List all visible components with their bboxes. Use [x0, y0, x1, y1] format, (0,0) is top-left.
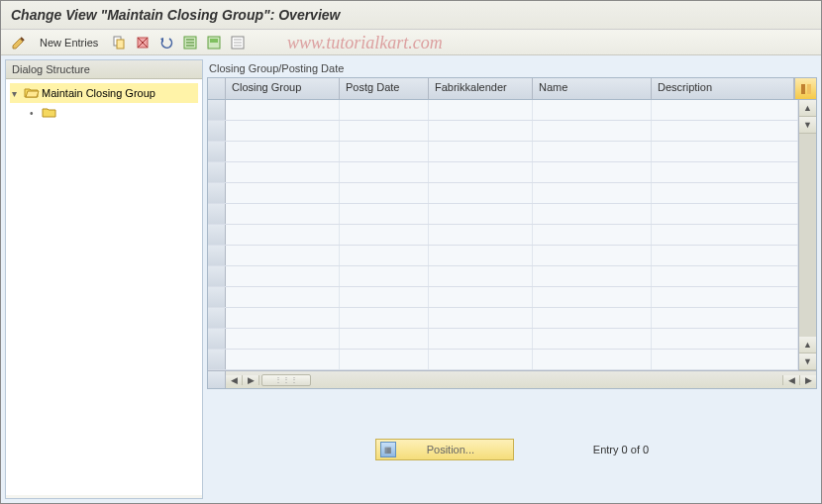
grid-cell[interactable]: [340, 183, 429, 203]
select-all-icon[interactable]: [180, 33, 200, 52]
column-header[interactable]: Name: [533, 78, 652, 99]
column-header[interactable]: Fabrikkalender: [429, 78, 533, 99]
scroll-down-icon[interactable]: ▼: [799, 117, 816, 134]
horizontal-scrollbar[interactable]: ◀ ▶ ⋮⋮⋮ ◀ ▶: [208, 370, 816, 388]
table-row[interactable]: [208, 204, 798, 225]
row-selector[interactable]: [208, 266, 226, 286]
grid-cell[interactable]: [340, 162, 429, 182]
select-block-icon[interactable]: [204, 33, 224, 52]
grid-cell[interactable]: [226, 350, 340, 369]
grid-cell[interactable]: [226, 329, 340, 349]
table-row[interactable]: [208, 308, 798, 329]
grid-cell[interactable]: [226, 100, 340, 120]
grid-cell[interactable]: [652, 308, 798, 328]
grid-cell[interactable]: [533, 183, 652, 203]
grid-cell[interactable]: [652, 142, 798, 161]
table-row[interactable]: [208, 246, 798, 266]
copy-icon[interactable]: [109, 33, 129, 52]
grid-cell[interactable]: [652, 246, 798, 265]
row-selector[interactable]: [208, 100, 226, 120]
grid-cell[interactable]: [429, 287, 533, 307]
row-selector[interactable]: [208, 246, 226, 265]
grid-cell[interactable]: [226, 308, 340, 328]
grid-cell[interactable]: [226, 266, 340, 286]
grid-cell[interactable]: [652, 204, 798, 224]
grid-cell[interactable]: [652, 225, 798, 245]
table-row[interactable]: [208, 329, 798, 350]
grid-cell[interactable]: [533, 287, 652, 307]
scroll-thumb[interactable]: ⋮⋮⋮: [261, 374, 311, 386]
grid-cell[interactable]: [533, 142, 652, 161]
tree-node-child[interactable]: •: [28, 103, 198, 123]
grid-cell[interactable]: [226, 183, 340, 203]
table-settings-icon[interactable]: [794, 78, 816, 99]
delete-icon[interactable]: [133, 33, 153, 52]
scroll-left-icon[interactable]: ◀: [782, 375, 799, 385]
grid-cell[interactable]: [226, 204, 340, 224]
row-selector[interactable]: [208, 308, 226, 328]
table-row[interactable]: [208, 287, 798, 308]
grid-cell[interactable]: [533, 246, 652, 265]
grid-cell[interactable]: [652, 350, 798, 369]
grid-cell[interactable]: [340, 246, 429, 265]
scroll-right-icon[interactable]: ▶: [243, 375, 259, 385]
scroll-up-icon[interactable]: ▲: [799, 337, 816, 353]
undo-icon[interactable]: [156, 33, 176, 52]
grid-cell[interactable]: [340, 100, 429, 120]
new-entries-button[interactable]: New Entries: [33, 33, 105, 52]
row-selector[interactable]: [208, 287, 226, 307]
grid-cell[interactable]: [429, 266, 533, 286]
tree-node-root[interactable]: ▾ Maintain Closing Group: [10, 83, 198, 103]
grid-cell[interactable]: [340, 121, 429, 141]
scroll-track[interactable]: [799, 134, 816, 337]
grid-cell[interactable]: [533, 100, 652, 120]
grid-cell[interactable]: [533, 329, 652, 349]
grid-cell[interactable]: [533, 204, 652, 224]
grid-cell[interactable]: [652, 162, 798, 182]
grid-cell[interactable]: [429, 350, 533, 369]
table-row[interactable]: [208, 183, 798, 204]
grid-cell[interactable]: [226, 162, 340, 182]
grid-cell[interactable]: [226, 225, 340, 245]
grid-cell[interactable]: [226, 121, 340, 141]
grid-cell[interactable]: [340, 266, 429, 286]
grid-cell[interactable]: [652, 266, 798, 286]
grid-cell[interactable]: [652, 121, 798, 141]
row-selector-header[interactable]: [208, 78, 226, 99]
scroll-up-icon[interactable]: ▲: [799, 100, 816, 117]
grid-cell[interactable]: [652, 329, 798, 349]
row-selector[interactable]: [208, 329, 226, 349]
grid-cell[interactable]: [429, 329, 533, 349]
row-selector[interactable]: [208, 225, 226, 245]
grid-cell[interactable]: [533, 266, 652, 286]
table-row[interactable]: [208, 142, 798, 162]
grid-cell[interactable]: [533, 350, 652, 369]
grid-cell[interactable]: [429, 183, 533, 203]
grid-cell[interactable]: [533, 308, 652, 328]
column-header[interactable]: Postg Date: [340, 78, 429, 99]
column-header[interactable]: Closing Group: [226, 78, 340, 99]
change-mode-icon[interactable]: [9, 33, 29, 52]
grid-cell[interactable]: [226, 246, 340, 265]
row-selector[interactable]: [208, 162, 226, 182]
grid-cell[interactable]: [226, 142, 340, 161]
grid-cell[interactable]: [226, 287, 340, 307]
grid-cell[interactable]: [340, 287, 429, 307]
table-row[interactable]: [208, 162, 798, 183]
scroll-left-icon[interactable]: ◀: [226, 375, 243, 385]
table-row[interactable]: [208, 121, 798, 142]
row-selector[interactable]: [208, 121, 226, 141]
position-button[interactable]: ▦ Position...: [375, 439, 514, 460]
grid-cell[interactable]: [533, 225, 652, 245]
vertical-scrollbar[interactable]: ▲ ▼ ▲ ▼: [798, 100, 816, 370]
grid-cell[interactable]: [429, 100, 533, 120]
grid-cell[interactable]: [340, 329, 429, 349]
grid-cell[interactable]: [340, 204, 429, 224]
row-selector[interactable]: [208, 183, 226, 203]
column-header[interactable]: Description: [652, 78, 794, 99]
grid-cell[interactable]: [340, 225, 429, 245]
grid-cell[interactable]: [429, 308, 533, 328]
table-row[interactable]: [208, 100, 798, 121]
tree-collapse-icon[interactable]: ▾: [12, 88, 22, 99]
row-selector[interactable]: [208, 204, 226, 224]
